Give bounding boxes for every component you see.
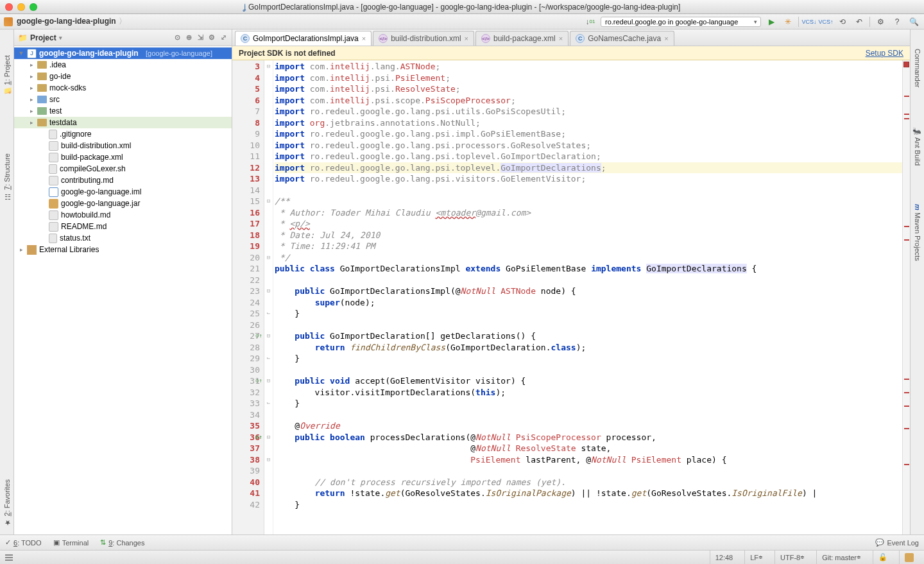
maven-tool-button[interactable]: mMaven Projects <box>914 204 921 262</box>
left-tool-stripe: 📁1: Project ☷7: Structure ★2: Favorites <box>0 30 14 534</box>
project-tool-button[interactable]: 📁1: Project <box>3 55 11 96</box>
code-editor[interactable]: import com.intellij.lang.ASTNode;import … <box>273 60 902 534</box>
hide-icon[interactable]: ⤢ <box>219 33 228 42</box>
setup-sdk-link[interactable]: Setup SDK <box>866 49 903 58</box>
autoscroll-to-source-icon[interactable]: ⊙ <box>173 33 182 42</box>
folder-node[interactable]: ▸go-ide <box>14 71 232 82</box>
make-project-button[interactable]: ↓01 <box>584 16 597 28</box>
settings-icon[interactable]: ⚙ <box>207 33 216 42</box>
vcs-commit-button[interactable]: VCS↑ <box>819 16 832 28</box>
project-tool-window: 📁Project ▾ ⊙ ⊕ ⇲ ⚙ ⤢ ▼J google-go-lang-i… <box>14 30 232 534</box>
changes-tool-button[interactable]: ⇅9: Changes <box>100 538 144 547</box>
ant-build-tool-button[interactable]: 🐜Ant Build <box>913 126 921 166</box>
inspections-profile[interactable] <box>899 551 919 564</box>
read-only-toggle[interactable]: 🔓 <box>873 551 893 564</box>
terminal-tool-button[interactable]: ▣Terminal <box>53 538 89 547</box>
project-panel-title: Project <box>30 33 56 42</box>
close-tab-icon[interactable]: × <box>664 35 668 42</box>
notification-text: Project SDK is not defined <box>239 49 336 58</box>
folder-node[interactable]: ▸src <box>14 94 232 105</box>
search-everywhere-button[interactable]: 🔍 <box>907 16 920 28</box>
editor-tab[interactable]: CGoImportDeclarationsImpl.java× <box>235 31 372 46</box>
window-title: ʝ GoImportDeclarationsImpl.java - [googl… <box>0 3 924 12</box>
close-tab-icon[interactable]: × <box>362 35 366 42</box>
project-tree[interactable]: ▼J google-go-lang-idea-plugin [google-go… <box>14 46 232 534</box>
favorites-tool-button[interactable]: ★2: Favorites <box>3 479 11 527</box>
file-node[interactable]: howtobuild.md <box>14 209 232 221</box>
error-stripe[interactable] <box>902 60 910 534</box>
tool-windows-icon[interactable] <box>5 554 13 561</box>
structure-tool-button[interactable]: ☷7: Structure <box>3 153 11 201</box>
editor-area: CGoImportDeclarationsImpl.java×</>build-… <box>232 30 910 534</box>
git-branch[interactable]: Git: master ≑ <box>816 551 866 564</box>
file-node[interactable]: README.md <box>14 221 232 232</box>
commander-tool-button[interactable]: Commander <box>914 49 921 88</box>
editor-tab[interactable]: </>build-distribution.xml× <box>373 31 474 46</box>
line-separator[interactable]: LF ≑ <box>744 551 768 564</box>
project-root-node[interactable]: ▼J google-go-lang-idea-plugin [google-go… <box>14 47 232 59</box>
error-indicator-icon[interactable] <box>903 62 909 67</box>
window-titlebar: ʝ GoImportDeclarationsImpl.java - [googl… <box>0 0 924 14</box>
main-toolbar: google-go-lang-idea-plugin〉 ↓01 ro.redeu… <box>0 14 924 30</box>
zoom-window-button[interactable] <box>30 3 37 11</box>
cursor-position[interactable]: 12:48 <box>710 551 739 564</box>
close-window-button[interactable] <box>5 3 13 11</box>
help-button[interactable]: ? <box>891 16 903 28</box>
sdk-warning-bar: Project SDK is not defined Setup SDK <box>232 46 910 60</box>
folder-node[interactable]: ▸testdata <box>14 117 232 128</box>
autoscroll-from-source-icon[interactable]: ⊕ <box>184 33 193 42</box>
file-node[interactable]: build-distribution.xml <box>14 140 232 151</box>
project-panel-header: 📁Project ▾ ⊙ ⊕ ⇲ ⚙ ⤢ <box>14 30 232 46</box>
project-icon <box>4 17 13 26</box>
bottom-tool-stripe: ✓6: TODO ▣Terminal ⇅9: Changes 💬Event Lo… <box>0 534 924 550</box>
line-number-gutter[interactable]: 3456789101112131415161718192021222324252… <box>232 60 264 534</box>
file-node[interactable]: .gitignore <box>14 128 232 140</box>
status-bar: 12:48 LF ≑ UTF-8 ≑ Git: master ≑ 🔓 <box>0 550 924 564</box>
collapse-all-icon[interactable]: ⇲ <box>196 33 205 42</box>
editor-tabs: CGoImportDeclarationsImpl.java×</>build-… <box>232 30 910 46</box>
event-log-button[interactable]: 💬Event Log <box>875 538 919 547</box>
settings-button[interactable]: ⚙ <box>874 16 887 28</box>
file-node[interactable]: compileGoLexer.sh <box>14 163 232 175</box>
todo-tool-button[interactable]: ✓6: TODO <box>5 538 42 547</box>
vcs-revert-button[interactable]: ↶ <box>853 16 866 28</box>
file-node[interactable]: google-go-language.iml <box>14 186 232 198</box>
folder-node[interactable]: ▸.idea <box>14 59 232 71</box>
file-node[interactable]: contributing.md <box>14 175 232 186</box>
minimize-window-button[interactable] <box>17 3 25 11</box>
breadcrumb[interactable]: google-go-lang-idea-plugin〉 <box>17 16 129 27</box>
close-tab-icon[interactable]: × <box>465 35 468 42</box>
editor-tab[interactable]: </>build-package.xml× <box>475 31 569 46</box>
fold-column[interactable]: ⊟⊟⊟⊟⌙⊟⌙⊟⌙⊟⊟ <box>264 60 273 534</box>
file-node[interactable]: google-go-language.jar <box>14 198 232 209</box>
run-configuration-select[interactable]: ro.redeul.google.go in google-go-languag… <box>601 17 761 27</box>
close-tab-icon[interactable]: × <box>559 35 563 42</box>
vcs-update-button[interactable]: VCS↓ <box>803 16 816 28</box>
folder-node[interactable]: ▸test <box>14 105 232 117</box>
file-node[interactable]: build-package.xml <box>14 151 232 163</box>
debug-button[interactable]: ✳ <box>782 16 794 28</box>
file-encoding[interactable]: UTF-8 ≑ <box>774 551 810 564</box>
file-node[interactable]: status.txt <box>14 232 232 244</box>
external-libraries-node[interactable]: ▸External Libraries <box>14 244 232 255</box>
folder-node[interactable]: ▸mock-sdks <box>14 82 232 94</box>
run-button[interactable]: ▶ <box>765 16 778 28</box>
editor-tab[interactable]: CGoNamesCache.java× <box>570 31 674 46</box>
right-tool-stripe: Commander 🐜Ant Build mMaven Projects <box>910 30 924 534</box>
vcs-history-button[interactable]: ⟲ <box>836 16 849 28</box>
